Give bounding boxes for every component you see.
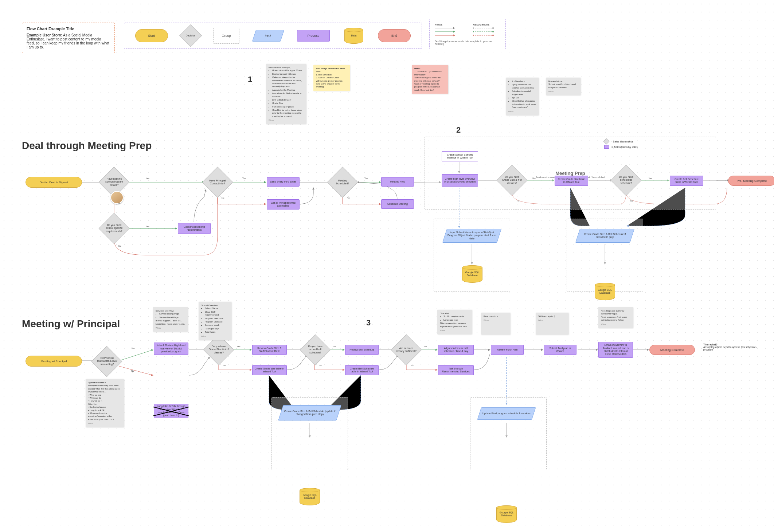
legend-title-card: Flow Chart Example Title Example User St… (22, 23, 115, 53)
process-long-intro-crossed: Long Intro & Talk through Overview What … (154, 404, 188, 418)
meeting-prep-group: Meeting Prep Send meeting agree to progr… (425, 137, 716, 210)
process-create-school-instance: Create School-Specific Instance in Wizar… (442, 151, 478, 161)
section-2-title: Meeting w/ Principal (22, 318, 120, 330)
decision-did-principal-watch: Did Principal read/watch Elevo onboardin… (91, 346, 122, 377)
end-meeting-complete: Meeting Complete (649, 345, 695, 355)
svg-point-48 (492, 31, 494, 32)
start-meeting-principal: Meeting w/ Principal (26, 356, 82, 367)
user-avatar (110, 191, 124, 204)
sticky-checklist: Checklist Sp. Ed. requirementsLanguage r… (437, 310, 472, 334)
process-review-bell: Review Bell Schedule (345, 345, 379, 355)
input-update-final: Update Final program schedule & services (477, 407, 536, 420)
process-create-grade-2: Create Grade size table in Wizard Tool (252, 365, 287, 375)
legend-process-shape: Process (297, 30, 330, 42)
data-db-3: Google SQL Database (300, 488, 320, 505)
process-review-grade: Review Grade Size & Staff/Student Ratio (252, 345, 287, 355)
meeting-prep-mini-legend: = Sales team needs = Action taken by sal… (604, 139, 638, 150)
sticky-next-steps: Next Steps are currently somewhat vague.… (598, 307, 633, 328)
process-create-bell-2: Create Bell Schedule table in Wizard Too… (345, 365, 379, 375)
process-get-school-req: Get school specific requirements (178, 223, 211, 234)
section-1-title: Deal through Meeting Prep (22, 140, 152, 152)
number-3: 3 (366, 318, 371, 328)
sticky-blocker: Typical blocker = Principals can't wrap … (86, 379, 124, 427)
svg-point-45 (492, 27, 494, 29)
legend-input-shape: Input (252, 30, 284, 42)
process-send-intro: Send Every Intro Email (267, 177, 300, 187)
sticky-email-script: Hello Mr/Mrs Principal, Green - About Us… (266, 64, 306, 124)
sticky-teachers: # of teacherstrying to choose the teache… (506, 78, 539, 115)
data-db-2: Google SQL Database (595, 283, 615, 300)
process-meeting-prep: Meeting Prep (381, 177, 414, 187)
number-1: 1 (248, 75, 252, 84)
decision-meeting-scheduled: Meeting Scheduled? (327, 167, 358, 198)
process-review-floor: Review Floor Plan (491, 345, 524, 355)
sticky-need: Need: 1. "Where do I go to find that inf… (412, 65, 448, 94)
process-align-services: Align services w/ bell schedule / time &… (438, 345, 474, 355)
sticky-services-overview: Services Overview Service Listing PageSe… (153, 307, 188, 332)
svg-line-21 (119, 366, 153, 375)
then-what-note: Then what? Assuming others need to acces… (703, 343, 762, 351)
svg-point-47 (473, 31, 474, 32)
svg-point-50 (473, 35, 474, 36)
end-pre-meeting: Pre- Meeting Complete (728, 176, 774, 186)
svg-point-51 (492, 35, 494, 36)
legend-group-shape: Group (213, 28, 239, 44)
svg-line-20 (119, 350, 153, 361)
decision-have-principal: Have Principal Contact info? (202, 167, 233, 198)
legend-data-shape: Data (344, 28, 363, 44)
process-submit-floor: Submit final plan in Wizard (544, 345, 576, 355)
svg-point-44 (473, 27, 474, 29)
legend-decision-shape: Decision (179, 24, 202, 47)
legend-shapes-box: Start Decision Group Input Process Data … (124, 23, 422, 49)
sticky-nomenclature: Nomenclature: School specific – High Lev… (546, 78, 580, 95)
legend-flows-box: Flows Associations Don't forget you can … (429, 19, 506, 49)
data-db-4: Google SQL Database (496, 505, 517, 523)
start-district-deal: District Deal is Signed (26, 177, 82, 188)
process-talk-recommended: Talk through Recommended Services (438, 365, 474, 375)
process-email-overview: Email of overview is finalized in a pdf … (598, 342, 633, 358)
sticky-school-overview: School Overview School NameElevo Staff r… (199, 302, 231, 340)
connector-arrows (0, 0, 774, 532)
legend-start-shape: Start (135, 29, 168, 42)
input-school-name: Input School Name to sync w/ HubSpot Pro… (442, 229, 501, 243)
decision-bell-2: Do you have school bell schedule? (300, 335, 331, 365)
legend-title: Flow Chart Example Title (27, 27, 110, 31)
decision-services-enough: Are services already sufficient? (391, 335, 422, 365)
process-create-grade-table: Create Grade size table in Wizard Tool (555, 176, 588, 186)
legend-end-shape: End (378, 29, 411, 42)
process-get-emails: Get all Principal email addresses (267, 199, 300, 210)
input-grade-bell: Create Grade Size & Bell Schedule if pro… (575, 229, 634, 243)
process-intro-review: Intro & Review High-level overview of Di… (154, 343, 188, 355)
sticky-tell-again: Tell them again :) Wilma (536, 313, 568, 335)
sticky-final-questions: Final questions Wilma (481, 313, 510, 335)
sticky-two-things: Two things needed for sales tool: 1. Bel… (313, 65, 350, 91)
data-db-1: Google SQL Database (462, 265, 482, 283)
process-schedule-meeting: Schedule Meeting (381, 199, 414, 209)
process-create-bell: Create Bell Schedule table in Wizard Too… (670, 176, 703, 186)
number-2: 2 (456, 125, 461, 135)
decision-need-school-req: Do you need school specific requirements… (99, 213, 130, 244)
input-grade-bell-2: Create Grade Size & Bell Schedule (updat… (278, 405, 341, 420)
process-create-high-level: Create high-level overview of District p… (442, 174, 478, 187)
